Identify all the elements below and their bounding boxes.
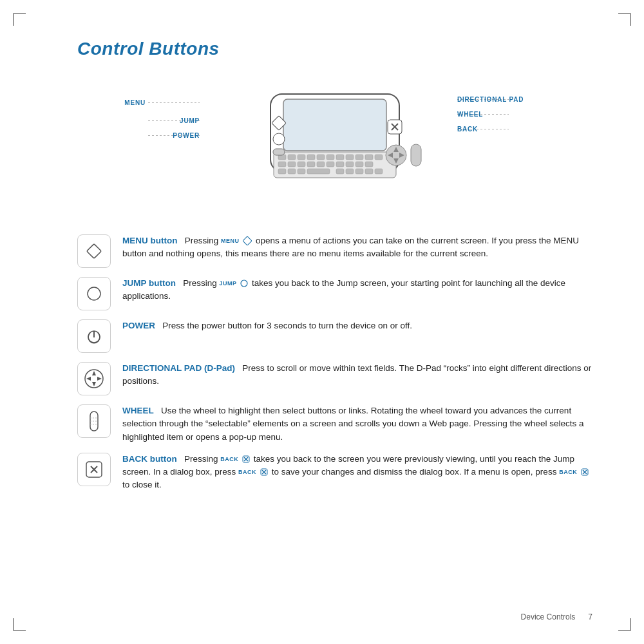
svg-rect-6 <box>307 155 315 160</box>
menu-label: MENU button <box>122 236 177 245</box>
control-row-back: BACK button Pressing BACK takes you back… <box>77 453 592 492</box>
label-directional-pad: DIRECTIONAL PAD <box>457 96 524 103</box>
svg-point-40 <box>273 133 285 145</box>
svg-rect-17 <box>307 162 315 167</box>
svg-rect-21 <box>346 162 354 167</box>
icon-box-jump <box>77 277 111 310</box>
wheel-label: WHEEL <box>122 406 154 415</box>
corner-mark-tl <box>13 13 26 26</box>
svg-rect-18 <box>317 162 325 167</box>
svg-rect-25 <box>288 169 296 174</box>
back-inline-key: BACK <box>220 455 238 462</box>
svg-rect-31 <box>365 169 373 174</box>
icon-box-back <box>77 453 111 486</box>
corner-mark-tr <box>618 13 631 26</box>
svg-rect-30 <box>355 169 363 174</box>
svg-rect-32 <box>375 169 383 174</box>
svg-rect-14 <box>278 162 286 167</box>
back-icon-inline-2 <box>260 468 268 476</box>
jump-inline-key: JUMP <box>220 280 237 287</box>
icon-box-power <box>77 319 111 353</box>
back-inline-key-2: BACK <box>238 469 256 475</box>
label-menu: MENU <box>124 99 146 106</box>
svg-point-55 <box>241 280 247 287</box>
svg-rect-20 <box>336 162 344 167</box>
jump-icon-inline <box>240 279 248 287</box>
footer-section: Device Controls <box>521 612 576 621</box>
control-row-jump: JUMP button Pressing JUMP takes you back… <box>77 277 592 310</box>
wheel-icon <box>83 409 105 433</box>
svg-rect-12 <box>365 155 373 160</box>
svg-rect-19 <box>327 162 334 167</box>
jump-label: JUMP button <box>122 278 176 288</box>
corner-mark-br <box>618 618 631 631</box>
svg-rect-27 <box>307 169 330 174</box>
icon-box-dpad <box>77 362 111 395</box>
label-power: POWER <box>173 132 200 139</box>
page: Control Buttons <box>0 0 644 644</box>
back-icon-inline-3 <box>581 468 589 476</box>
footer-page-number: 7 <box>588 612 592 621</box>
svg-rect-53 <box>243 236 252 245</box>
svg-point-54 <box>88 287 100 300</box>
corner-mark-bl <box>13 618 26 631</box>
svg-rect-29 <box>346 169 354 174</box>
jump-icon <box>83 283 105 305</box>
svg-rect-28 <box>336 169 344 174</box>
dpad-icon <box>82 366 106 391</box>
svg-rect-4 <box>288 155 296 160</box>
label-back: BACK <box>457 126 478 133</box>
svg-rect-16 <box>298 162 305 167</box>
back-icon <box>83 459 105 480</box>
diagram-inner: MENU JUMP POWER DIRECTIONAL PAD <box>109 81 560 210</box>
control-row-wheel: WHEEL Use the wheel to highlight then se… <box>77 404 592 444</box>
svg-rect-11 <box>355 155 363 160</box>
svg-rect-9 <box>336 155 344 160</box>
svg-rect-8 <box>327 155 334 160</box>
menu-icon <box>83 240 105 262</box>
control-items-list: MENU button Pressing MENU opens a menu o… <box>77 234 592 492</box>
svg-rect-13 <box>375 155 383 160</box>
label-jump: JUMP <box>180 117 200 124</box>
back-label: BACK button <box>122 454 177 464</box>
back-inline-key-3: BACK <box>559 469 577 475</box>
control-text-wheel: WHEEL Use the wheel to highlight then se… <box>122 404 592 444</box>
control-row-power: POWER Press the power button for 3 secon… <box>77 319 592 353</box>
control-text-menu: MENU button Pressing MENU opens a menu o… <box>122 234 592 261</box>
svg-rect-24 <box>278 169 286 174</box>
device-diagram: MENU JUMP POWER DIRECTIONAL PAD <box>77 75 592 216</box>
control-text-power: POWER Press the power button for 3 secon… <box>122 319 592 332</box>
device-image <box>232 88 438 204</box>
icon-box-wheel <box>77 404 111 438</box>
control-text-back: BACK button Pressing BACK takes you back… <box>122 453 592 492</box>
control-text-dpad: DIRECTIONAL PAD (D-Pad) Press to scroll … <box>122 362 592 388</box>
control-text-jump: JUMP button Pressing JUMP takes you back… <box>122 277 592 303</box>
menu-icon-inline <box>243 236 252 245</box>
power-icon <box>83 325 105 347</box>
icon-box-menu <box>77 234 111 268</box>
svg-rect-10 <box>346 155 354 160</box>
svg-rect-41 <box>273 149 285 155</box>
dpad-label: DIRECTIONAL PAD (D-Pad) <box>122 363 235 373</box>
svg-rect-26 <box>298 169 305 174</box>
power-label: POWER <box>122 321 155 330</box>
footer: Device Controls 7 <box>521 612 592 621</box>
label-wheel: WHEEL <box>457 111 483 118</box>
svg-rect-38 <box>411 144 421 166</box>
svg-rect-15 <box>288 162 296 167</box>
svg-rect-5 <box>298 155 305 160</box>
control-row-menu: MENU button Pressing MENU opens a menu o… <box>77 234 592 268</box>
svg-rect-22 <box>355 162 363 167</box>
back-icon-inline-1 <box>242 455 250 463</box>
svg-rect-7 <box>317 155 325 160</box>
svg-rect-23 <box>365 162 373 167</box>
svg-rect-1 <box>283 99 386 151</box>
page-title: Control Buttons <box>77 39 592 59</box>
control-row-dpad: DIRECTIONAL PAD (D-Pad) Press to scroll … <box>77 362 592 395</box>
menu-inline-key: MENU <box>221 238 240 244</box>
